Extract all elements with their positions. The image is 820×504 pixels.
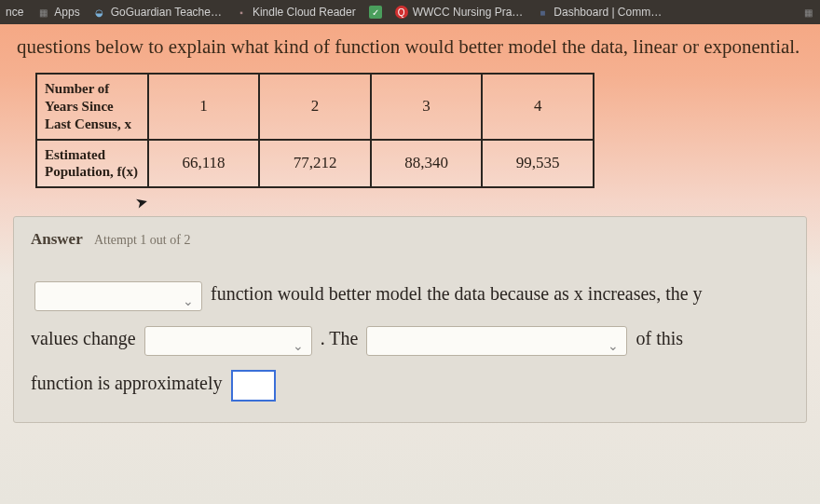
- bookmark-wwcc[interactable]: Q WWCC Nursing Pra…: [395, 6, 524, 19]
- bookmark-dashboard[interactable]: ■ Dashboard | Comm…: [536, 6, 662, 19]
- bookmark-label: Kindle Cloud Reader: [253, 6, 356, 19]
- row-header-population: Estimated Population, f(x): [36, 140, 148, 188]
- question-text: questions below to explain what kind of …: [0, 24, 820, 73]
- question-prompt: questions below to explain what kind of …: [17, 35, 800, 58]
- table-cell: 66,118: [148, 140, 260, 188]
- answer-body: function would better model the data bec…: [31, 271, 789, 405]
- data-table: Number of Years Since Last Census, x 1 2…: [35, 73, 594, 188]
- answer-header: Answer Attempt 1 out of 2: [31, 230, 789, 249]
- table-cell: 1: [148, 74, 260, 139]
- shield-icon: ◒: [93, 6, 106, 19]
- check-icon: ✓: [369, 6, 382, 19]
- answer-section: Answer Attempt 1 out of 2 function would…: [13, 216, 807, 423]
- bookmark-goguardian[interactable]: ◒ GoGuardian Teache…: [93, 6, 222, 19]
- data-table-wrap: Number of Years Since Last Census, x 1 2…: [0, 73, 820, 198]
- bookmark-kindle[interactable]: ▪ Kindle Cloud Reader: [235, 6, 356, 19]
- attempt-counter: Attempt 1 out of 2: [94, 233, 190, 247]
- function-type-dropdown[interactable]: [34, 281, 202, 311]
- bookmark-label: Dashboard | Comm…: [554, 6, 662, 19]
- row-header-years: Number of Years Since Last Census, x: [36, 74, 148, 139]
- square-icon: ■: [536, 6, 549, 19]
- bookmark-check[interactable]: ✓: [369, 6, 382, 19]
- table-cell: 88,340: [371, 140, 483, 188]
- answer-text: values change: [31, 328, 136, 348]
- search-icon: Q: [395, 6, 408, 19]
- table-cell: 99,535: [482, 140, 594, 188]
- table-cell: 4: [482, 74, 594, 139]
- bookmark-label: nce: [6, 6, 23, 19]
- book-icon: ▪: [235, 6, 248, 19]
- bookmark-apps[interactable]: ▦ Apps: [36, 6, 79, 19]
- table-cell: 2: [259, 74, 371, 139]
- folder-icon: ▦: [801, 6, 814, 19]
- answer-text: . The: [321, 328, 359, 348]
- bookmark-label: WWCC Nursing Pra…: [413, 6, 524, 19]
- bookmarks-bar: nce ▦ Apps ◒ GoGuardian Teache… ▪ Kindle…: [0, 0, 820, 24]
- answer-text: function is approximately: [31, 373, 223, 393]
- bookmark-overflow[interactable]: ▦: [801, 6, 814, 19]
- property-dropdown[interactable]: [366, 326, 627, 356]
- numeric-input[interactable]: [231, 370, 276, 402]
- folder-icon: ▦: [36, 6, 49, 19]
- table-cell: 77,212: [259, 140, 371, 188]
- answer-text: of this: [636, 328, 683, 348]
- answer-text: function would better model the data bec…: [211, 283, 703, 304]
- answer-heading: Answer: [31, 230, 83, 248]
- change-type-dropdown[interactable]: [144, 326, 312, 356]
- table-cell: 3: [371, 74, 483, 139]
- bookmark-label: Apps: [54, 6, 79, 19]
- bookmark-item[interactable]: nce: [6, 6, 23, 19]
- bookmark-label: GoGuardian Teache…: [111, 6, 222, 19]
